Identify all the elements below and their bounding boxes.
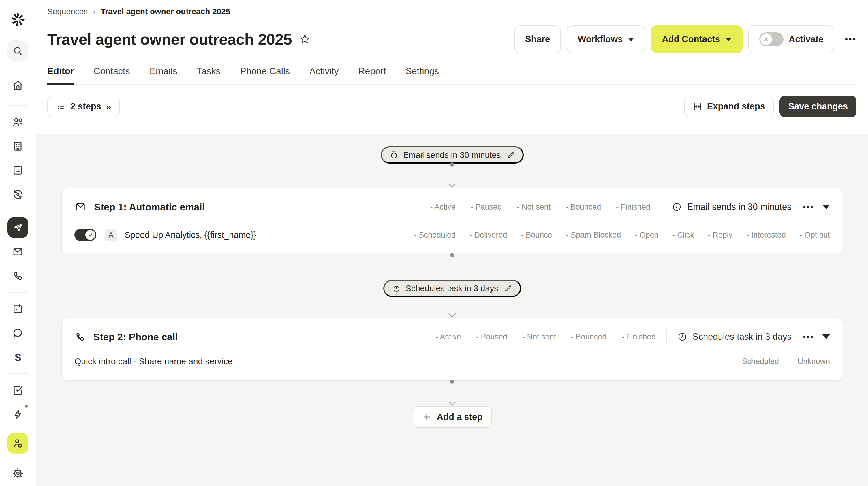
delay-pill-2-label: Schedules task in 3 days: [406, 284, 498, 293]
app-root: $: [0, 0, 868, 486]
page-title: Travel agent owner outreach 2025: [47, 30, 292, 48]
email-step-icon: [74, 201, 87, 213]
step-1-schedule-label: Email sends in 30 minutes: [687, 202, 792, 212]
step-2-stat-bounced: - Bounced: [571, 333, 607, 341]
step-1-collapse-icon[interactable]: [823, 205, 830, 209]
step-1-header: Step 1: Automatic email - Active- Paused…: [62, 189, 843, 225]
flow-connector: [452, 254, 453, 280]
activate-label: Activate: [789, 34, 824, 45]
email-stat-opt-out: - Opt out: [800, 231, 830, 239]
add-step-label: Add a step: [437, 412, 483, 422]
home-icon[interactable]: [7, 75, 28, 96]
flow-connector: [452, 381, 453, 406]
sidebar-divider: [8, 211, 28, 211]
task-stat-unknown: - Unknown: [793, 357, 830, 366]
deals-icon[interactable]: $: [7, 347, 28, 368]
sync-icon[interactable]: [7, 184, 28, 205]
tab-phone-calls[interactable]: Phone Calls: [240, 66, 290, 84]
tab-report[interactable]: Report: [358, 66, 386, 84]
clock-icon: [672, 202, 682, 212]
add-contacts-button[interactable]: Add Contacts: [651, 25, 743, 53]
email-subject[interactable]: Speed Up Analytics, {{first_name}}: [125, 230, 256, 240]
automations-status-dot: [24, 403, 29, 409]
step-2-title: Step 2: Phone call: [93, 331, 178, 343]
tab-settings[interactable]: Settings: [405, 66, 439, 84]
tab-tasks[interactable]: Tasks: [197, 66, 221, 84]
step-2-schedule: Schedules task in 3 days: [677, 332, 792, 342]
calendar-icon[interactable]: [7, 298, 28, 319]
activate-toggle[interactable]: [759, 32, 783, 46]
toggle-knob-x-icon: [761, 33, 772, 45]
delay-pill-2[interactable]: Schedules task in 3 days: [383, 280, 521, 297]
save-changes-label: Save changes: [788, 101, 848, 112]
automations-icon[interactable]: [7, 404, 28, 425]
people-icon[interactable]: [7, 111, 28, 132]
phone-step-icon: [74, 331, 86, 343]
sequences-icon[interactable]: [7, 217, 28, 238]
tab-editor[interactable]: Editor: [47, 66, 74, 84]
email-stat-interested: - Interested: [746, 231, 786, 239]
plus-icon: [422, 412, 432, 422]
email-stat-scheduled: - Scheduled: [414, 231, 456, 239]
delay-pill-1[interactable]: Email sends in 30 minutes: [381, 146, 524, 164]
step-2-header: Step 2: Phone call - Active- Paused- Not…: [62, 318, 843, 355]
step-1-card: Step 1: Automatic email - Active- Paused…: [61, 188, 843, 254]
step-2-collapse-icon[interactable]: [823, 335, 830, 339]
chat-icon[interactable]: [7, 323, 28, 343]
settings-gear-icon[interactable]: [7, 463, 28, 484]
email-stat-reply: - Reply: [708, 231, 733, 239]
steps-count-button[interactable]: 2 steps »: [47, 95, 120, 117]
edit-pencil-icon[interactable]: [504, 284, 513, 293]
expand-steps-button[interactable]: Expand steps: [684, 95, 774, 117]
email-variant-badge: A: [105, 229, 117, 241]
tab-contacts[interactable]: Contacts: [93, 66, 130, 84]
email-stats: - Scheduled- Delivered- Bounce- Spam Blo…: [414, 231, 830, 239]
step-2-more-icon[interactable]: •••: [803, 333, 814, 341]
step-2-stat-finished: - Finished: [621, 333, 656, 341]
step-1-stats: - Active- Paused- Not sent- Bounced- Fin…: [430, 203, 650, 211]
dollar-icon: $: [15, 352, 21, 363]
edit-pencil-icon[interactable]: [506, 151, 515, 159]
step-1-stat-paused: - Paused: [471, 203, 502, 211]
tab-emails[interactable]: Emails: [150, 66, 177, 84]
email-icon[interactable]: [7, 241, 28, 262]
search-icon[interactable]: [7, 40, 28, 61]
step-2-card: Step 2: Phone call - Active- Paused- Not…: [61, 318, 843, 381]
app-logo-icon[interactable]: [7, 9, 28, 30]
breadcrumb-current: Travel agent owner outreach 2025: [101, 7, 230, 16]
workflows-button[interactable]: Workflows: [567, 25, 645, 53]
step-1-stat-bounced: - Bounced: [565, 203, 601, 211]
save-changes-button[interactable]: Save changes: [779, 95, 857, 117]
tab-activity[interactable]: Activity: [309, 66, 339, 84]
sidebar: $: [0, 0, 36, 486]
tasks-icon[interactable]: [7, 380, 28, 401]
more-options-icon[interactable]: •••: [845, 34, 857, 44]
step-2-stats: - Active- Paused- Not sent- Bounced- Fin…: [435, 333, 655, 341]
sequence-canvas: Email sends in 30 minutes Step 1: A: [36, 134, 868, 486]
email-stat-open: - Open: [635, 231, 659, 239]
breadcrumb-root[interactable]: Sequences: [47, 7, 88, 16]
step-1-schedule: Email sends in 30 minutes: [672, 202, 792, 212]
page-header: Sequences › Travel agent owner outreach …: [36, 0, 868, 85]
step-1-title: Step 1: Automatic email: [94, 201, 205, 213]
step-1-more-icon[interactable]: •••: [803, 203, 814, 211]
share-button[interactable]: Share: [514, 25, 561, 53]
companies-icon[interactable]: [7, 136, 28, 156]
step-2-stat-not-sent: - Not sent: [522, 333, 556, 341]
step-2-task-row: Quick intro call - Share name and servic…: [62, 355, 843, 380]
favorite-star-icon[interactable]: [299, 33, 311, 45]
task-name[interactable]: Quick intro call - Share name and servic…: [74, 356, 233, 366]
activate-toggle-button[interactable]: Activate: [748, 25, 835, 53]
main-area: Sequences › Travel agent owner outreach …: [36, 0, 868, 486]
lists-icon[interactable]: [7, 160, 28, 181]
title-actions: Share Workflows Add Contacts: [514, 25, 857, 53]
sidebar-divider: [8, 373, 28, 374]
phone-icon[interactable]: [7, 265, 28, 286]
add-contact-icon[interactable]: [7, 433, 28, 454]
clock-icon: [677, 332, 687, 342]
step-2-stat-active: - Active: [435, 333, 461, 341]
chevron-down-icon: [725, 37, 732, 41]
email-enabled-toggle[interactable]: [74, 229, 96, 241]
add-step-button[interactable]: Add a step: [413, 406, 492, 428]
email-stat-bounce: - Bounce: [521, 231, 552, 239]
